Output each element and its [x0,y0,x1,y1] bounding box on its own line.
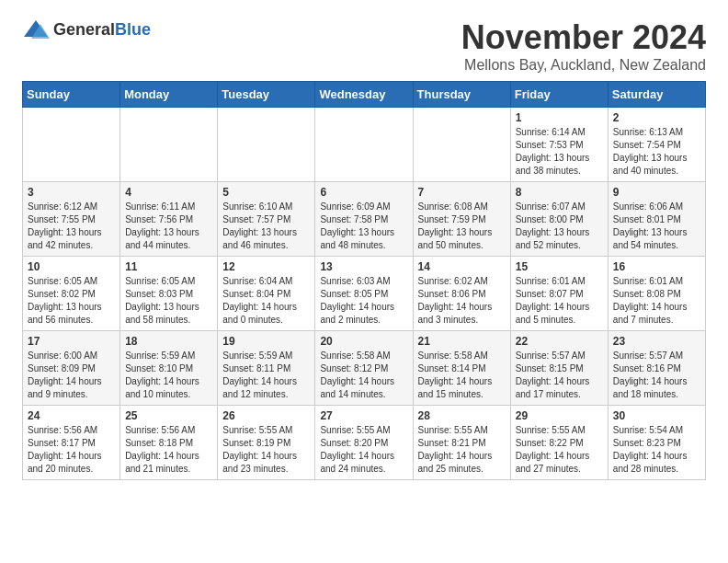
day-number: 30 [613,409,700,422]
calendar-cell: 11Sunrise: 6:05 AM Sunset: 8:03 PM Dayli… [120,257,218,331]
logo-text-blue: Blue [115,20,151,39]
calendar-cell: 8Sunrise: 6:07 AM Sunset: 8:00 PM Daylig… [510,182,608,257]
day-number: 25 [125,409,212,422]
cell-info: Sunrise: 5:57 AM Sunset: 8:15 PM Dayligh… [516,350,603,401]
calendar-cell [315,108,413,182]
day-number: 1 [516,111,603,124]
header-sunday: Sunday [23,82,120,108]
day-number: 7 [418,186,506,199]
cell-info: Sunrise: 5:55 AM Sunset: 8:22 PM Dayligh… [516,424,603,476]
day-number: 18 [125,335,212,348]
cell-info: Sunrise: 6:14 AM Sunset: 7:53 PM Dayligh… [516,126,603,178]
day-number: 14 [418,260,506,273]
cell-info: Sunrise: 6:03 AM Sunset: 8:05 PM Dayligh… [320,275,407,327]
cell-info: Sunrise: 5:55 AM Sunset: 8:19 PM Dayligh… [222,424,310,476]
day-number: 8 [516,186,603,199]
day-number: 19 [222,335,310,348]
calendar-cell: 1Sunrise: 6:14 AM Sunset: 7:53 PM Daylig… [510,108,608,182]
calendar-cell: 23Sunrise: 5:57 AM Sunset: 8:16 PM Dayli… [608,331,705,406]
calendar-cell: 13Sunrise: 6:03 AM Sunset: 8:05 PM Dayli… [315,257,413,331]
cell-info: Sunrise: 6:01 AM Sunset: 8:07 PM Dayligh… [516,275,603,327]
cell-info: Sunrise: 5:58 AM Sunset: 8:12 PM Dayligh… [320,350,407,401]
calendar-cell [23,108,120,182]
calendar-cell: 17Sunrise: 6:00 AM Sunset: 8:09 PM Dayli… [23,331,120,406]
calendar-cell: 22Sunrise: 5:57 AM Sunset: 8:15 PM Dayli… [510,331,608,406]
cell-info: Sunrise: 5:58 AM Sunset: 8:14 PM Dayligh… [418,350,506,401]
calendar-cell: 28Sunrise: 5:55 AM Sunset: 8:21 PM Dayli… [413,406,510,480]
calendar-cell: 26Sunrise: 5:55 AM Sunset: 8:19 PM Dayli… [218,406,315,480]
calendar-cell: 6Sunrise: 6:09 AM Sunset: 7:58 PM Daylig… [315,182,413,257]
header-saturday: Saturday [608,82,705,108]
calendar-week-1: 1Sunrise: 6:14 AM Sunset: 7:53 PM Daylig… [23,108,706,182]
day-number: 3 [28,186,115,199]
cell-info: Sunrise: 6:05 AM Sunset: 8:02 PM Dayligh… [28,275,115,327]
calendar-cell [120,108,218,182]
day-number: 13 [320,260,407,273]
calendar-cell: 4Sunrise: 6:11 AM Sunset: 7:56 PM Daylig… [120,182,218,257]
cell-info: Sunrise: 6:09 AM Sunset: 7:58 PM Dayligh… [320,201,407,252]
calendar-cell [413,108,510,182]
cell-info: Sunrise: 6:01 AM Sunset: 8:08 PM Dayligh… [613,275,700,327]
day-number: 20 [320,335,407,348]
page-header: GeneralBlue November 2024 Mellons Bay, A… [22,18,706,74]
calendar-cell: 29Sunrise: 5:55 AM Sunset: 8:22 PM Dayli… [510,406,608,480]
header-monday: Monday [120,82,218,108]
cell-info: Sunrise: 5:56 AM Sunset: 8:18 PM Dayligh… [125,424,212,476]
calendar-cell: 2Sunrise: 6:13 AM Sunset: 7:54 PM Daylig… [608,108,705,182]
day-number: 29 [516,409,603,422]
month-title: November 2024 [461,18,706,57]
cell-info: Sunrise: 6:00 AM Sunset: 8:09 PM Dayligh… [28,350,115,401]
cell-info: Sunrise: 6:04 AM Sunset: 8:04 PM Dayligh… [222,275,310,327]
day-number: 4 [125,186,212,199]
calendar-cell: 30Sunrise: 5:54 AM Sunset: 8:23 PM Dayli… [608,406,705,480]
title-section: November 2024 Mellons Bay, Auckland, New… [461,18,706,74]
day-number: 16 [613,260,700,273]
calendar-cell: 3Sunrise: 6:12 AM Sunset: 7:55 PM Daylig… [23,182,120,257]
calendar-cell: 15Sunrise: 6:01 AM Sunset: 8:07 PM Dayli… [510,257,608,331]
header-friday: Friday [510,82,608,108]
header-thursday: Thursday [413,82,510,108]
day-number: 26 [222,409,310,422]
day-number: 21 [418,335,506,348]
cell-info: Sunrise: 5:55 AM Sunset: 8:20 PM Dayligh… [320,424,407,476]
cell-info: Sunrise: 6:06 AM Sunset: 8:01 PM Dayligh… [613,201,700,252]
calendar-week-2: 3Sunrise: 6:12 AM Sunset: 7:55 PM Daylig… [23,182,706,257]
day-number: 15 [516,260,603,273]
calendar-cell: 5Sunrise: 6:10 AM Sunset: 7:57 PM Daylig… [218,182,315,257]
day-number: 27 [320,409,407,422]
calendar-cell: 10Sunrise: 6:05 AM Sunset: 8:02 PM Dayli… [23,257,120,331]
calendar-cell: 19Sunrise: 5:59 AM Sunset: 8:11 PM Dayli… [218,331,315,406]
calendar-cell: 9Sunrise: 6:06 AM Sunset: 8:01 PM Daylig… [608,182,705,257]
cell-info: Sunrise: 6:08 AM Sunset: 7:59 PM Dayligh… [418,201,506,252]
calendar-cell: 20Sunrise: 5:58 AM Sunset: 8:12 PM Dayli… [315,331,413,406]
cell-info: Sunrise: 5:55 AM Sunset: 8:21 PM Dayligh… [418,424,506,476]
calendar-cell [218,108,315,182]
calendar-cell: 12Sunrise: 6:04 AM Sunset: 8:04 PM Dayli… [218,257,315,331]
calendar-cell: 14Sunrise: 6:02 AM Sunset: 8:06 PM Dayli… [413,257,510,331]
day-number: 2 [613,111,700,124]
day-number: 10 [28,260,115,273]
calendar-cell: 16Sunrise: 6:01 AM Sunset: 8:08 PM Dayli… [608,257,705,331]
cell-info: Sunrise: 5:56 AM Sunset: 8:17 PM Dayligh… [28,424,115,476]
header-tuesday: Tuesday [218,82,315,108]
cell-info: Sunrise: 5:54 AM Sunset: 8:23 PM Dayligh… [613,424,700,476]
day-number: 23 [613,335,700,348]
calendar-week-4: 17Sunrise: 6:00 AM Sunset: 8:09 PM Dayli… [23,331,706,406]
calendar-cell: 24Sunrise: 5:56 AM Sunset: 8:17 PM Dayli… [23,406,120,480]
logo: GeneralBlue [22,18,151,40]
calendar-cell: 7Sunrise: 6:08 AM Sunset: 7:59 PM Daylig… [413,182,510,257]
day-number: 11 [125,260,212,273]
cell-info: Sunrise: 6:12 AM Sunset: 7:55 PM Dayligh… [28,201,115,252]
cell-info: Sunrise: 6:13 AM Sunset: 7:54 PM Dayligh… [613,126,700,178]
logo-icon [22,18,50,40]
cell-info: Sunrise: 6:11 AM Sunset: 7:56 PM Dayligh… [125,201,212,252]
location-title: Mellons Bay, Auckland, New Zealand [461,57,706,74]
day-number: 6 [320,186,407,199]
cell-info: Sunrise: 5:59 AM Sunset: 8:11 PM Dayligh… [222,350,310,401]
day-number: 9 [613,186,700,199]
calendar-cell: 18Sunrise: 5:59 AM Sunset: 8:10 PM Dayli… [120,331,218,406]
day-number: 22 [516,335,603,348]
cell-info: Sunrise: 6:02 AM Sunset: 8:06 PM Dayligh… [418,275,506,327]
cell-info: Sunrise: 6:10 AM Sunset: 7:57 PM Dayligh… [222,201,310,252]
cell-info: Sunrise: 6:07 AM Sunset: 8:00 PM Dayligh… [516,201,603,252]
